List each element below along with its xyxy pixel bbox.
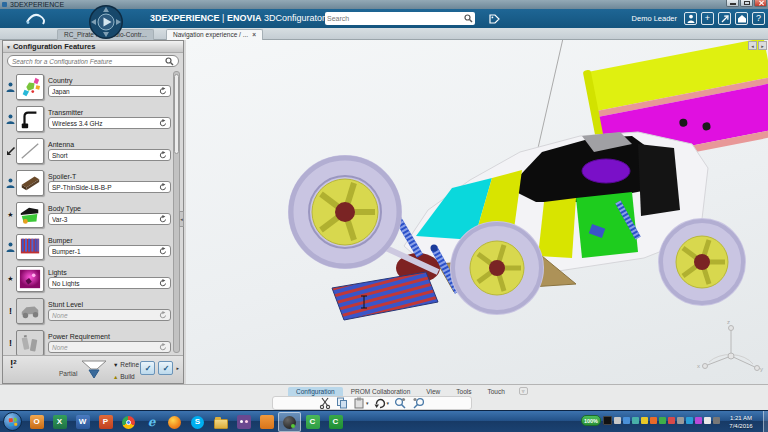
tray-icon[interactable] bbox=[713, 417, 720, 424]
taskbar-word[interactable]: W bbox=[71, 412, 94, 432]
add-content-button[interactable]: + bbox=[701, 12, 714, 25]
bumper-thumbnail-icon[interactable] bbox=[16, 234, 44, 260]
lights-select[interactable]: No Lights bbox=[48, 277, 171, 289]
build-button[interactable]: ▲ Build bbox=[113, 371, 139, 383]
taskbar-internet-explorer[interactable]: e bbox=[140, 412, 163, 432]
tray-icon[interactable] bbox=[695, 417, 702, 424]
minimize-button[interactable] bbox=[726, 0, 739, 7]
antenna-select[interactable]: Short bbox=[48, 149, 171, 161]
stunt-level-thumbnail-icon[interactable] bbox=[16, 298, 44, 324]
user-profile-button[interactable] bbox=[684, 12, 697, 25]
reset-icon[interactable] bbox=[159, 151, 167, 159]
tab-close-icon[interactable]: × bbox=[252, 31, 256, 38]
taskbar-folder[interactable] bbox=[209, 412, 232, 432]
reset-icon[interactable] bbox=[159, 279, 167, 287]
help-button[interactable]: ? bbox=[752, 12, 765, 25]
tab-navigation-experience[interactable]: Navigation experience / ...× bbox=[166, 29, 263, 40]
share-button[interactable] bbox=[718, 12, 731, 25]
copy-button[interactable] bbox=[336, 397, 348, 409]
paste-button[interactable]: ▾ bbox=[353, 397, 369, 409]
tray-app-icon[interactable] bbox=[603, 416, 612, 425]
more-tabs-icon[interactable]: ▿ bbox=[519, 387, 528, 395]
spoiler-select[interactable]: SP-ThinSide-LB-B-P bbox=[48, 181, 171, 193]
tab-view[interactable]: View bbox=[418, 387, 448, 396]
taskbar-c-app[interactable]: C bbox=[301, 412, 324, 432]
search-icon[interactable] bbox=[464, 14, 473, 23]
show-desktop-button[interactable] bbox=[763, 411, 768, 432]
taskbar-powerpoint[interactable]: P bbox=[94, 412, 117, 432]
tag-icon[interactable] bbox=[489, 14, 500, 24]
taskbar-outlook[interactable]: O bbox=[25, 412, 48, 432]
tab-prom-collaboration[interactable]: PROM Collaboration bbox=[343, 387, 419, 396]
transmitter-thumbnail-icon[interactable] bbox=[16, 106, 44, 132]
tray-icon[interactable] bbox=[686, 417, 693, 424]
body-type-thumbnail-icon[interactable] bbox=[16, 202, 44, 228]
tray-icon[interactable] bbox=[668, 417, 675, 424]
taskbar-skype[interactable]: S bbox=[186, 412, 209, 432]
search-input[interactable] bbox=[327, 15, 464, 22]
transmitter-select[interactable]: Wireless 3.4 GHz bbox=[48, 117, 171, 129]
search-settings-button[interactable] bbox=[412, 397, 425, 409]
tab-configuration[interactable]: Configuration bbox=[288, 387, 343, 396]
reset-icon[interactable] bbox=[159, 119, 167, 127]
axis-triad[interactable]: x y z bbox=[697, 319, 763, 372]
reset-icon[interactable] bbox=[159, 311, 167, 319]
tray-icon[interactable] bbox=[641, 417, 648, 424]
viewport-3d[interactable]: x y z ◂ ▸ bbox=[186, 40, 768, 384]
page-left-button[interactable]: ◂ bbox=[748, 41, 757, 50]
taskbar-excel[interactable]: X bbox=[48, 412, 71, 432]
scrollbar-thumb[interactable] bbox=[174, 74, 179, 154]
reset-icon[interactable] bbox=[159, 183, 167, 191]
reset-icon[interactable] bbox=[159, 247, 167, 255]
tray-icon[interactable] bbox=[632, 417, 639, 424]
lights-thumbnail-icon[interactable] bbox=[16, 266, 44, 292]
panel-collapse-handle[interactable]: ◂ bbox=[179, 211, 184, 227]
home-button[interactable] bbox=[735, 12, 748, 25]
taskbar-directory[interactable] bbox=[232, 412, 255, 432]
tab-touch[interactable]: Touch bbox=[479, 387, 512, 396]
user-name[interactable]: Demo Leader bbox=[632, 14, 677, 23]
more-options-icon[interactable]: ▸ bbox=[176, 365, 179, 371]
country-thumbnail-icon[interactable] bbox=[16, 74, 44, 100]
battery-indicator[interactable]: 100% bbox=[581, 415, 601, 426]
stunt-level-select[interactable]: None bbox=[48, 309, 171, 321]
spoiler-thumbnail-icon[interactable] bbox=[16, 170, 44, 196]
taskbar-orange-app[interactable] bbox=[255, 412, 278, 432]
reset-icon[interactable] bbox=[159, 215, 167, 223]
tab-tools[interactable]: Tools bbox=[448, 387, 479, 396]
start-button[interactable] bbox=[3, 412, 22, 431]
maximize-button[interactable] bbox=[740, 0, 753, 7]
panel-header[interactable]: ▼ Configuration Features bbox=[3, 41, 183, 53]
power-requirement-thumbnail-icon[interactable] bbox=[16, 330, 44, 355]
power-requirement-select[interactable]: None bbox=[48, 341, 171, 353]
taskbar-c-app-2[interactable]: C bbox=[324, 412, 347, 432]
page-right-button[interactable]: ▸ bbox=[758, 41, 767, 50]
3dexperience-compass[interactable] bbox=[88, 4, 124, 40]
taskbar-chrome[interactable] bbox=[117, 412, 140, 432]
undo-button[interactable]: ▾ bbox=[374, 397, 390, 409]
validate-button[interactable]: ✓ bbox=[140, 361, 155, 375]
tray-icon[interactable] bbox=[623, 417, 630, 424]
reset-icon[interactable] bbox=[159, 343, 167, 351]
tray-icon[interactable] bbox=[650, 417, 657, 424]
bumper-select[interactable]: Bumper-1 bbox=[48, 245, 171, 257]
filter-funnel-icon[interactable] bbox=[81, 360, 107, 379]
compare-button[interactable] bbox=[394, 397, 407, 409]
taskbar-clock[interactable]: 1:21 AM 7/4/2016 bbox=[722, 414, 760, 430]
antenna-thumbnail-icon[interactable] bbox=[16, 138, 44, 164]
reset-icon[interactable] bbox=[159, 87, 167, 95]
taskbar-webex[interactable] bbox=[278, 412, 301, 432]
body-type-select[interactable]: Var-3 bbox=[48, 213, 171, 225]
cut-button[interactable] bbox=[319, 397, 331, 409]
tray-icon[interactable] bbox=[659, 417, 666, 424]
search-icon[interactable] bbox=[165, 57, 174, 66]
country-select[interactable]: Japan bbox=[48, 85, 171, 97]
tray-icon[interactable] bbox=[704, 417, 711, 424]
tray-icon[interactable] bbox=[614, 417, 621, 424]
validate-options-button[interactable]: ✓ bbox=[158, 361, 173, 375]
feature-search-input[interactable] bbox=[12, 58, 165, 65]
close-button[interactable] bbox=[754, 0, 767, 7]
tray-icon[interactable] bbox=[677, 417, 684, 424]
taskbar-firefox[interactable] bbox=[163, 412, 186, 432]
refine-button[interactable]: ▼ Refine bbox=[113, 359, 139, 371]
